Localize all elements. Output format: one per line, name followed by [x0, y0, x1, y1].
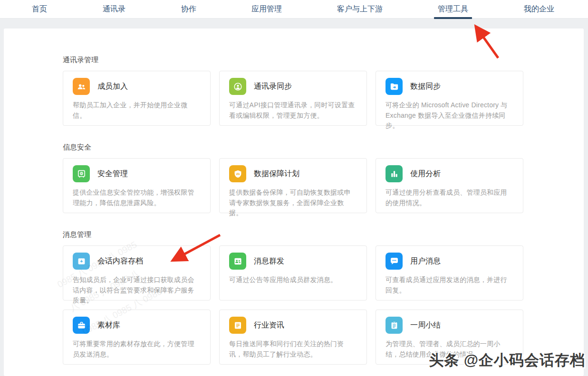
card-description: 每日推送同事和同行们在关注的热门资讯，帮助员工了解行业动态。	[229, 339, 357, 359]
card-industry-news[interactable]: 行业资讯 每日推送同事和同行们在关注的热门资讯，帮助员工了解行业动态。	[219, 310, 367, 365]
card-description: 告知成员后，企业可通过接口获取成员会话内容，以符合监管要求和保障客户服务质量。	[73, 275, 201, 306]
watermark-text: 头条 @企小码会话存档	[429, 350, 585, 370]
shield-icon	[229, 165, 246, 182]
card-description: 可通过API接口管理通讯录，同时可设置查看或编辑权限，管理更加方便。	[229, 100, 357, 121]
section-title: 通讯录管理	[63, 56, 584, 65]
nav-tab-contacts[interactable]: 通讯录	[103, 0, 125, 18]
card-session-archive[interactable]: 会话内容存档 告知成员后，企业可通过接口获取成员会话内容，以符合监管要求和保障客…	[63, 245, 211, 301]
card-description: 可将企业的 Microsoft Active Directory 与 Excha…	[386, 100, 513, 131]
card-description: 可通过公告等应用给成员群发消息。	[229, 275, 357, 285]
card-title: 使用分析	[410, 169, 441, 179]
nav-tab-collaboration[interactable]: 协作	[181, 0, 196, 18]
archive-download-icon	[73, 253, 90, 270]
card-contact-sync[interactable]: 通讯录同步 可通过API接口管理通讯录，同时可设置查看或编辑权限，管理更加方便。	[219, 71, 367, 126]
card-member-join[interactable]: 成员加入 帮助员工加入企业，并开始使用企业微信。	[63, 71, 211, 126]
briefcase-icon	[73, 317, 90, 334]
card-message-broadcast[interactable]: 消息群发 可通过公告等应用给成员群发消息。	[219, 245, 367, 301]
nav-tab-home[interactable]: 首页	[32, 0, 47, 18]
section-information-security: 信息安全 安全管理 提供企业信息安全管控功能，增强权限管理能力，降低信息泄露风险…	[63, 143, 584, 213]
nav-tab-admin-tools[interactable]: 管理工具	[438, 0, 468, 18]
card-title: 消息群发	[254, 256, 284, 266]
clipboard-icon	[386, 317, 403, 334]
nav-tab-customers-upstream[interactable]: 客户与上下游	[337, 0, 383, 18]
card-description: 可查看成员通过应用发送的消息，并进行回复。	[386, 275, 513, 295]
card-data-protection-plan[interactable]: 数据保障计划 提供数据备份保障，可自助恢复数据或申请专家数据恢复服务，全面保障企…	[219, 158, 367, 213]
two-people-icon	[73, 78, 90, 95]
card-title: 素材库	[97, 320, 120, 330]
card-security-management[interactable]: 安全管理 提供企业信息安全管控功能，增强权限管理能力，降低信息泄露风险。	[63, 158, 211, 213]
safe-icon	[73, 165, 90, 182]
folder-sync-icon	[386, 78, 403, 95]
card-title: 成员加入	[97, 82, 128, 92]
card-title: 会话内容存档	[97, 256, 143, 266]
section-title: 信息安全	[63, 143, 584, 152]
card-title: 数据同步	[410, 82, 441, 92]
card-title: 安全管理	[97, 169, 128, 179]
card-data-sync[interactable]: 数据同步 可将企业的 Microsoft Active Directory 与 …	[376, 71, 523, 126]
card-user-message[interactable]: 用户消息 可查看成员通过应用发送的消息，并进行回复。	[376, 245, 523, 301]
card-usage-analysis[interactable]: 使用分析 可通过使用分析查看成员、管理员和应用的使用情况。	[376, 158, 523, 213]
card-description: 提供数据备份保障，可自助恢复数据或申请专家数据恢复服务，全面保障企业数据。	[229, 188, 357, 218]
group-message-icon	[229, 253, 246, 270]
section-title: 消息管理	[63, 230, 584, 239]
section-contact-management: 通讯录管理 成员加入 帮助员工加入企业，并开始使用企业微信。	[63, 56, 584, 126]
content-panel: 通讯录管理 成员加入 帮助员工加入企业，并开始使用企业微信。	[4, 28, 584, 376]
card-title: 数据保障计划	[254, 169, 299, 179]
chat-bubble-icon	[386, 253, 403, 270]
card-title: 通讯录同步	[254, 82, 292, 92]
news-icon	[229, 317, 246, 334]
card-description: 帮助员工加入企业，并开始使用企业微信。	[73, 100, 201, 121]
card-title: 一周小结	[410, 320, 441, 330]
nav-tab-my-enterprise[interactable]: 我的企业	[524, 0, 554, 18]
card-description: 可将重要常用的素材存放在此，方便管理员发送消息。	[73, 339, 201, 359]
card-title: 用户消息	[410, 256, 441, 266]
bar-chart-icon	[386, 165, 403, 182]
top-nav: 首页 通讯录 协作 应用管理 客户与上下游 管理工具 我的企业	[0, 0, 588, 19]
card-description: 可通过使用分析查看成员、管理员和应用的使用情况。	[386, 188, 513, 208]
person-circle-icon	[229, 78, 246, 95]
nav-tab-app-management[interactable]: 应用管理	[251, 0, 282, 18]
card-title: 行业资讯	[254, 320, 284, 330]
card-material-library[interactable]: 素材库 可将重要常用的素材存放在此，方便管理员发送消息。	[63, 310, 211, 365]
card-description: 提供企业信息安全管控功能，增强权限管理能力，降低信息泄露风险。	[73, 188, 201, 208]
section-message-management: 消息管理 会话内容存档 告知成员后，企业可通过接口获取成员会话内容，以符合监管要…	[63, 230, 584, 365]
